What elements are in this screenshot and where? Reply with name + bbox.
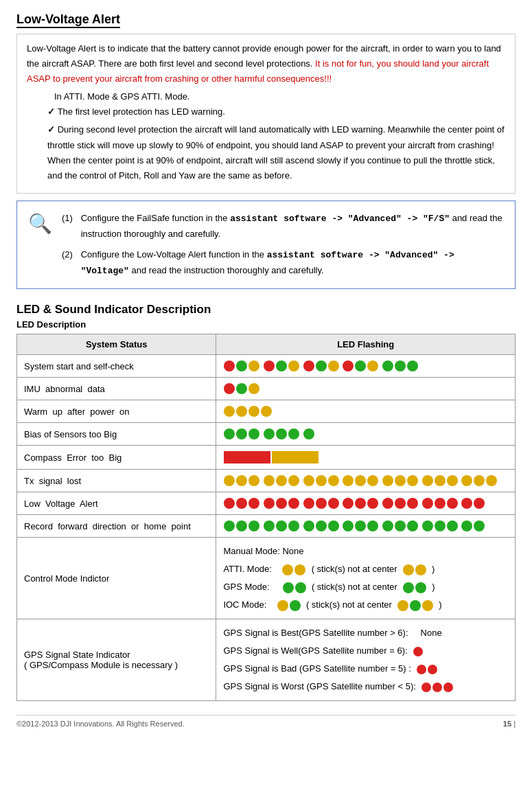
ioc-mode-line: IOC Mode: ( stick(s) not at center )	[223, 596, 508, 614]
section-title: Low-Voltage Alert	[16, 12, 120, 28]
status-cell: System start and self-check	[17, 355, 216, 378]
led-cell	[216, 446, 516, 470]
led-cell	[216, 492, 516, 515]
status-cell: GPS Signal State Indicator( GPS/Compass …	[17, 619, 216, 701]
status-cell: Control Mode Indictor	[17, 538, 216, 619]
status-cell: Warm up after power on	[17, 400, 216, 423]
table-row: Bias of Sensors too Big	[17, 423, 516, 446]
atti-mode-line: ATTI. Mode: ( stick(s) not at center )	[223, 560, 508, 578]
info-item-2: (2) Configure the Low-Voltage Alert func…	[62, 247, 504, 279]
led-section: LED & Sound Indicator Description LED De…	[16, 303, 516, 701]
table-row: Compass Error too Big	[17, 446, 516, 470]
led-cell	[216, 378, 516, 400]
led-sub-title: LED Description	[16, 319, 516, 330]
table-row: Low Voltage Alert	[17, 492, 516, 515]
info-num-2: (2)	[62, 247, 78, 262]
gps-state-content: GPS Signal is Best(GPS Satellite number …	[223, 624, 508, 696]
led-cell	[216, 355, 516, 378]
copyright: ©2012-2013 DJI Innovations. All Rights R…	[16, 720, 185, 728]
alert-box: Low-Voltage Alert is to indicate that th…	[16, 34, 516, 194]
status-cell: Low Voltage Alert	[17, 492, 216, 515]
info-content: (1) Configure the FailSafe function in t…	[62, 211, 504, 279]
status-cell: Bias of Sensors too Big	[17, 423, 216, 446]
table-row: Control Mode Indictor Manual Mode: None …	[17, 538, 516, 619]
table-row: IMU abnormal data	[17, 378, 516, 400]
gps-well: GPS Signal is Well(GPS Satellite number …	[223, 642, 508, 660]
led-cell	[216, 400, 516, 423]
info-item-1: (1) Configure the FailSafe function in t…	[62, 211, 504, 242]
led-table: System Status LED Flashing System start …	[16, 334, 516, 701]
control-mode-content: Manual Mode: None ATTI. Mode: ( stick(s)…	[223, 542, 508, 614]
low-voltage-section: Low-Voltage Alert Low-Voltage Alert is t…	[16, 12, 516, 289]
status-cell: IMU abnormal data	[17, 378, 216, 400]
info-icon: 🔍	[28, 212, 52, 235]
col-header-status: System Status	[17, 334, 216, 355]
led-section-title: LED & Sound Indicator Description	[16, 303, 516, 317]
info-item-1-text: Configure the FailSafe function in the a…	[81, 211, 504, 242]
table-row: Tx signal lost	[17, 470, 516, 492]
status-cell: Compass Error too Big	[17, 446, 216, 470]
table-row: Record forward direction or home point	[17, 515, 516, 538]
gps-best: GPS Signal is Best(GPS Satellite number …	[223, 624, 508, 642]
led-cell	[216, 515, 516, 538]
gps-mode-line: GPS Mode: ( stick(s) not at center )	[223, 578, 508, 596]
alert-indent: In ATTI. Mode & GPS ATTI. Mode.	[54, 89, 505, 104]
led-cell	[216, 423, 516, 446]
led-cell: GPS Signal is Best(GPS Satellite number …	[216, 619, 516, 701]
info-box: 🔍 (1) Configure the FailSafe function in…	[16, 200, 516, 289]
alert-paragraph-1: Low-Voltage Alert is to indicate that th…	[27, 41, 505, 87]
checklist: The first level protection has LED warni…	[47, 104, 505, 183]
footer: ©2012-2013 DJI Innovations. All Rights R…	[16, 715, 516, 728]
gps-worst: GPS Signal is Worst (GPS Satellite numbe…	[223, 678, 508, 696]
page-number: 15 |	[503, 720, 516, 728]
gps-bad: GPS Signal is Bad (GPS Satellite number …	[223, 660, 508, 678]
status-cell: Tx signal lost	[17, 470, 216, 492]
led-cell: Manual Mode: None ATTI. Mode: ( stick(s)…	[216, 538, 516, 619]
led-cell	[216, 470, 516, 492]
col-header-led: LED Flashing	[216, 334, 516, 355]
table-row: GPS Signal State Indicator( GPS/Compass …	[17, 619, 516, 701]
status-cell: Record forward direction or home point	[17, 515, 216, 538]
info-num-1: (1)	[62, 211, 78, 226]
info-item-2-text: Configure the Low-Voltage Alert function…	[81, 247, 504, 279]
check-item-1: The first level protection has LED warni…	[47, 104, 505, 119]
check-item-2: During second level protection the aircr…	[47, 122, 505, 183]
table-row: Warm up after power on	[17, 400, 516, 423]
table-row: System start and self-check	[17, 355, 516, 378]
manual-mode-line: Manual Mode: None	[223, 542, 508, 560]
